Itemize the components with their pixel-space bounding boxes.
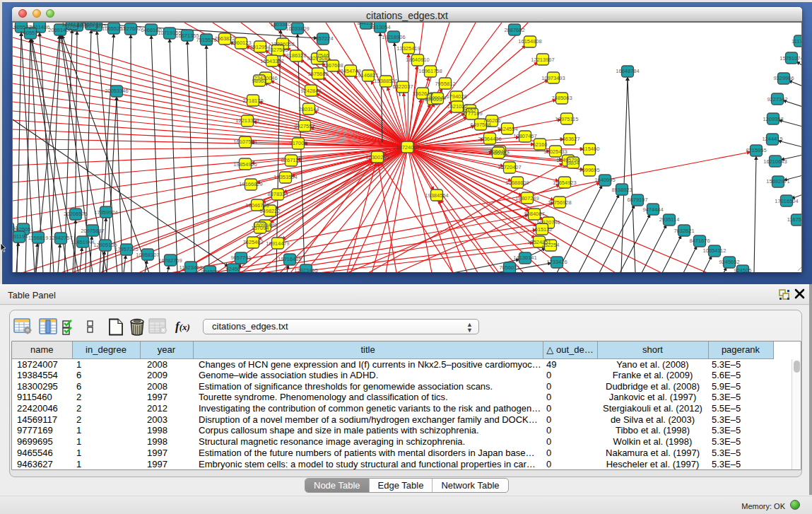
svg-text:17016504: 17016504 bbox=[775, 198, 798, 204]
svg-text:6879197: 6879197 bbox=[627, 197, 647, 203]
svg-text:8427552: 8427552 bbox=[294, 123, 314, 129]
svg-text:7632621: 7632621 bbox=[673, 228, 694, 234]
svg-text:10025433: 10025433 bbox=[543, 148, 567, 155]
svg-text:7986322: 7986322 bbox=[488, 150, 508, 156]
svg-text:6497568: 6497568 bbox=[470, 122, 490, 128]
svg-text:8960123: 8960123 bbox=[230, 40, 251, 46]
svg-text:9242848: 9242848 bbox=[300, 88, 321, 94]
svg-text:10973493: 10973493 bbox=[541, 75, 565, 81]
svg-text:8267110: 8267110 bbox=[281, 157, 302, 163]
svg-text:16107554: 16107554 bbox=[233, 139, 257, 145]
svg-text:7056071: 7056071 bbox=[499, 264, 519, 271]
svg-text:17957225: 17957225 bbox=[114, 246, 138, 252]
svg-text:8186328: 8186328 bbox=[286, 52, 306, 59]
svg-text:9699695: 9699695 bbox=[579, 167, 599, 173]
svg-text:6322037: 6322037 bbox=[392, 83, 413, 90]
svg-text:15751074: 15751074 bbox=[779, 55, 802, 62]
svg-text:18300295: 18300295 bbox=[365, 154, 389, 160]
svg-text:7955812: 7955812 bbox=[435, 81, 455, 87]
svg-text:2803144: 2803144 bbox=[298, 106, 319, 112]
svg-text:12942757: 12942757 bbox=[49, 235, 72, 241]
svg-text:9245652: 9245652 bbox=[719, 259, 739, 265]
svg-text:12923465: 12923465 bbox=[294, 267, 317, 272]
svg-text:9474444: 9474444 bbox=[642, 206, 663, 213]
svg-text:10688609: 10688609 bbox=[505, 180, 529, 186]
svg-text:16210643: 16210643 bbox=[763, 158, 787, 165]
svg-text:18807249: 18807249 bbox=[515, 195, 539, 201]
svg-text:19166829: 19166829 bbox=[239, 181, 262, 187]
svg-text:11923468: 11923468 bbox=[180, 264, 203, 271]
svg-text:1167533: 1167533 bbox=[787, 216, 802, 223]
svg-text:904509: 904509 bbox=[201, 269, 218, 272]
svg-text:3084067: 3084067 bbox=[524, 211, 544, 217]
svg-text:11451944: 11451944 bbox=[71, 239, 95, 245]
svg-text:5498222: 5498222 bbox=[259, 208, 280, 214]
svg-text:9115460: 9115460 bbox=[579, 146, 600, 152]
svg-text:111786: 111786 bbox=[792, 38, 802, 45]
svg-text:252254: 252254 bbox=[541, 242, 559, 248]
svg-text:15692971: 15692971 bbox=[766, 178, 789, 185]
svg-text:1615132: 1615132 bbox=[531, 226, 552, 233]
svg-text:12213967: 12213967 bbox=[531, 57, 554, 63]
svg-text:20053346: 20053346 bbox=[105, 88, 128, 94]
svg-text:18724007: 18724007 bbox=[396, 144, 419, 151]
svg-text:98963: 98963 bbox=[252, 78, 267, 84]
svg-text:16543382: 16543382 bbox=[260, 58, 283, 64]
svg-text:8471676: 8471676 bbox=[689, 238, 710, 244]
svg-text:917008: 917008 bbox=[289, 140, 307, 146]
svg-text:7515526: 7515526 bbox=[196, 37, 216, 43]
svg-text:10807467: 10807467 bbox=[513, 133, 536, 139]
svg-text:1640995: 1640995 bbox=[594, 177, 615, 183]
svg-text:17359924: 17359924 bbox=[94, 209, 117, 216]
svg-text:9777169: 9777169 bbox=[461, 110, 482, 117]
svg-text:13325419: 13325419 bbox=[396, 45, 420, 52]
svg-text:7357224: 7357224 bbox=[312, 35, 333, 42]
svg-text:157094: 157094 bbox=[251, 225, 269, 231]
svg-text:924505: 924505 bbox=[734, 267, 751, 272]
svg-text:3624554: 3624554 bbox=[497, 126, 517, 132]
svg-text:20364436: 20364436 bbox=[478, 136, 501, 142]
svg-text:19756928: 19756928 bbox=[548, 199, 571, 206]
svg-text:19654923: 19654923 bbox=[553, 180, 576, 186]
svg-text:899044: 899044 bbox=[428, 95, 446, 101]
svg-text:1405571: 1405571 bbox=[20, 30, 40, 36]
svg-text:1244415: 1244415 bbox=[762, 136, 782, 142]
svg-text:12975115: 12975115 bbox=[555, 116, 579, 122]
svg-text:62160: 62160 bbox=[533, 141, 548, 148]
svg-text:19218906: 19218906 bbox=[382, 34, 405, 40]
svg-text:2935114: 2935114 bbox=[659, 216, 680, 223]
svg-text:16033809: 16033809 bbox=[286, 25, 309, 32]
svg-text:7546: 7546 bbox=[317, 52, 329, 59]
svg-text:3675685: 3675685 bbox=[307, 71, 328, 77]
svg-text:7485063: 7485063 bbox=[551, 95, 572, 101]
svg-text:2718176: 2718176 bbox=[242, 98, 263, 104]
svg-text:19854925: 19854925 bbox=[233, 161, 257, 168]
svg-text:12213369: 12213369 bbox=[235, 117, 259, 124]
svg-text:18640910: 18640910 bbox=[406, 57, 429, 63]
svg-text:20975887: 20975887 bbox=[81, 228, 104, 234]
svg-text:16154808: 16154808 bbox=[518, 38, 541, 45]
svg-text:12905135: 12905135 bbox=[93, 242, 117, 248]
svg-text:1955219: 1955219 bbox=[81, 23, 101, 28]
svg-text:8878334: 8878334 bbox=[267, 191, 288, 197]
svg-text:10120746: 10120746 bbox=[536, 219, 560, 226]
svg-text:1209358: 1209358 bbox=[763, 116, 783, 122]
svg-text:1646137: 1646137 bbox=[61, 23, 82, 28]
svg-text:9804: 9804 bbox=[567, 160, 579, 166]
svg-text:2625051: 2625051 bbox=[13, 226, 33, 233]
svg-text:15720407: 15720407 bbox=[498, 164, 521, 170]
svg-text:9463627: 9463627 bbox=[559, 136, 579, 142]
svg-text:20206576: 20206576 bbox=[64, 211, 87, 217]
svg-text:8938923: 8938923 bbox=[611, 187, 632, 193]
svg-text:10654112: 10654112 bbox=[703, 247, 726, 254]
svg-text:15716485: 15716485 bbox=[278, 256, 301, 262]
svg-text:8813054: 8813054 bbox=[370, 24, 390, 30]
svg-text:16961758: 16961758 bbox=[418, 68, 442, 74]
svg-text:6794028: 6794028 bbox=[446, 93, 466, 100]
svg-text:1527602: 1527602 bbox=[120, 25, 141, 32]
svg-text:8215955: 8215955 bbox=[746, 147, 766, 153]
svg-text:7625402: 7625402 bbox=[242, 239, 263, 245]
svg-text:12353594: 12353594 bbox=[273, 174, 297, 180]
svg-text:9327505: 9327505 bbox=[267, 47, 288, 53]
svg-text:16648784: 16648784 bbox=[616, 68, 639, 74]
